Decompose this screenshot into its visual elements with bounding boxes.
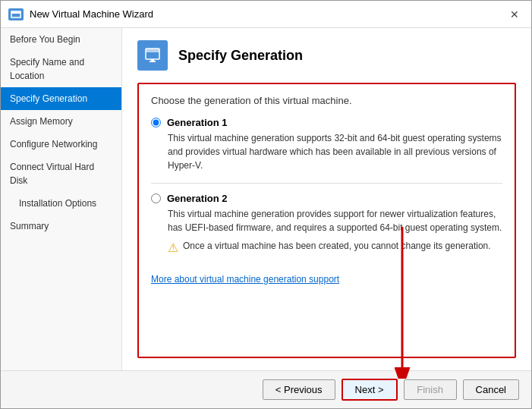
- finish-button[interactable]: Finish: [404, 379, 457, 400]
- content-area: Before You Begin Specify Name and Locati…: [1, 28, 531, 370]
- sidebar-item-connect-vhd[interactable]: Connect Virtual Hard Disk: [1, 156, 121, 192]
- intro-text: Choose the generation of this virtual ma…: [151, 95, 502, 106]
- generation2-header: Generation 2: [151, 193, 502, 204]
- generation1-label[interactable]: Generation 1: [167, 117, 227, 128]
- generation2-radio[interactable]: [151, 193, 161, 203]
- svg-rect-5: [151, 59, 154, 61]
- warning-block: ⚠ Once a virtual machine has been create…: [168, 241, 502, 255]
- svg-rect-4: [150, 61, 156, 62]
- warning-icon: ⚠: [168, 241, 178, 255]
- generation2-block: Generation 2 This virtual machine genera…: [151, 193, 502, 255]
- next-button[interactable]: Next >: [342, 379, 398, 401]
- generation-options-box: Choose the generation of this virtual ma…: [137, 83, 516, 358]
- page-icon: [137, 40, 168, 71]
- page-title: Specify Generation: [178, 48, 303, 64]
- sidebar-item-configure-networking[interactable]: Configure Networking: [1, 133, 121, 156]
- generation1-desc: This virtual machine generation supports…: [168, 131, 502, 172]
- sidebar-item-specify-name[interactable]: Specify Name and Location: [1, 51, 121, 87]
- footer: < Previous Next > Finish Cancel: [1, 370, 531, 408]
- divider: [151, 183, 502, 184]
- main-panel: Specify Generation Choose the generation…: [122, 28, 531, 370]
- generation1-header: Generation 1: [151, 117, 502, 128]
- sidebar-item-summary[interactable]: Summary: [1, 215, 121, 238]
- window-title: New Virtual Machine Wizard: [30, 8, 505, 20]
- sidebar-item-installation-options[interactable]: Installation Options: [1, 192, 121, 215]
- window: New Virtual Machine Wizard ✕ Before You …: [0, 0, 532, 409]
- generation2-label[interactable]: Generation 2: [167, 193, 227, 204]
- page-header: Specify Generation: [137, 40, 516, 71]
- title-bar: New Virtual Machine Wizard ✕: [1, 1, 531, 28]
- window-icon: [8, 8, 24, 20]
- sidebar: Before You Begin Specify Name and Locati…: [1, 28, 122, 370]
- link-area: More about virtual machine generation su…: [151, 266, 502, 285]
- cancel-button[interactable]: Cancel: [463, 379, 519, 400]
- svg-rect-3: [146, 49, 159, 52]
- generation1-radio[interactable]: [151, 118, 161, 127]
- generation2-desc: This virtual machine generation provides…: [168, 207, 502, 234]
- sidebar-item-assign-memory[interactable]: Assign Memory: [1, 110, 121, 133]
- warning-text: Once a virtual machine has been created,…: [183, 241, 491, 251]
- svg-rect-1: [11, 11, 20, 14]
- sidebar-item-before-you-begin[interactable]: Before You Begin: [1, 28, 121, 51]
- previous-button[interactable]: < Previous: [263, 379, 335, 400]
- more-info-link[interactable]: More about virtual machine generation su…: [151, 274, 339, 285]
- generation1-block: Generation 1 This virtual machine genera…: [151, 117, 502, 172]
- close-button[interactable]: ✕: [505, 5, 524, 24]
- sidebar-item-specify-generation[interactable]: Specify Generation: [1, 87, 121, 110]
